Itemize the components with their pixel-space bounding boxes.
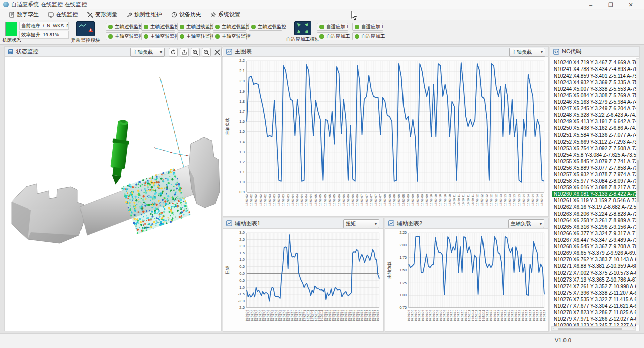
close-button[interactable]: ✕ [621, 0, 641, 9]
nc-code-line[interactable]: N10266 X6.377 Y-3.324 Z-9.317 A-71.443 [552, 230, 636, 237]
main-chart-signal-dropdown[interactable]: 主轴负载▾ [509, 48, 545, 57]
nc-code-line[interactable]: N10256 X5.889 Y-3.077 Z-7.858 A-73.348 [552, 165, 636, 171]
svg-text:16:59:02: 16:59:02 [259, 194, 262, 206]
nc-code-line[interactable]: N10246 X5.163 Y-3.279 Z-5.984 A-74.892 [552, 99, 636, 105]
nc-code-line[interactable]: N10279 X7.971 Y-3.266 Z-12.027 A-62.98 [552, 316, 636, 322]
menu-item[interactable]: 变形测量 [83, 10, 122, 19]
nc-code-line[interactable]: N10271 X6.88 Y-3.381 Z-10.359 A-68.711 [552, 263, 636, 269]
machine-3d-viewport[interactable] [4, 57, 222, 331]
nc-code-line[interactable]: N10274 X7.261 Y-3.352 Z-10.998 A-66.67 [552, 283, 636, 290]
minimize-button[interactable]: – [581, 0, 601, 9]
nc-code-line[interactable]: N10276 X7.535 Y-3.322 Z-11.415 A-65.22 [552, 296, 636, 303]
nc-code-line[interactable]: N10251 X5.584 Y-3.136 Z-7.077 A-74.012 [552, 132, 636, 138]
svg-text:16:59:13: 16:59:13 [507, 309, 510, 321]
nc-code-line[interactable]: N10244 X5.007 Y-3.338 Z-5.553 A-75.297 [552, 86, 636, 92]
nc-code-line[interactable]: N10253 X5.754 Y-3.092 Z-7.508 A-73.677 [552, 145, 636, 152]
nc-code-line[interactable]: N10249 X5.413 Y-3.191 Z-6.642 A-74.346 [552, 118, 636, 125]
svg-text:16:59:13: 16:59:13 [518, 194, 521, 206]
chevron-down-icon: ▾ [160, 50, 162, 54]
nc-code-line[interactable]: N10258 X5.977 Y-3.084 Z-8.097 A-73.138 [552, 178, 636, 184]
nc-code-line[interactable]: N10265 X6.316 Y-3.296 Z-9.156 A-71.771 [552, 224, 636, 230]
monitor-icon [48, 12, 54, 18]
menu-item[interactable]: 系统设置 [206, 10, 245, 19]
app-icon [3, 2, 9, 7]
nc-code-line[interactable]: N10243 X4.932 Y-3.369 Z-5.335 A-75.523 [552, 79, 636, 86]
export-view-button[interactable] [180, 48, 189, 57]
nc-code-line[interactable]: N10255 X5.845 Y-3.079 Z-7.741 A-73.458 [552, 158, 636, 165]
menu-item-label: 数字孪生 [17, 11, 39, 18]
nc-horizontal-scrollbar[interactable]: ‹ › [551, 326, 636, 331]
overload-monitor-button[interactable]: 主轴过载监控 [249, 23, 282, 31]
svg-text:16:59:05: 16:59:05 [314, 194, 317, 206]
menu-item[interactable]: 预测性维护 [122, 10, 167, 19]
abnormal-monitor-module-icon[interactable] [76, 21, 95, 36]
overload-monitor-button[interactable]: 主轴过载监控 [177, 23, 211, 31]
idle-monitor-button[interactable]: 主轴空转监控 [213, 32, 247, 40]
nc-code-list[interactable]: N10240 X4.719 Y-3.467 Z-4.669 A-76.396N1… [552, 59, 636, 326]
nc-code-line[interactable]: N10261 X6.119 Y-3.159 Z-8.546 A-72.701 [552, 197, 636, 204]
svg-text:2.1: 2.1 [239, 69, 245, 73]
nc-code-line[interactable]: N10270 X6.762 Y-3.383 Z-10.143 A-69.34 [552, 256, 636, 263]
nc-code-line[interactable]: N10275 X7.396 Y-3.338 Z-11.207 A-65.95 [552, 290, 636, 296]
overload-monitor-button[interactable]: 主轴过载监控 [213, 23, 247, 31]
nc-code-line[interactable]: N10268 X6.545 Y-3.367 Z-9.708 A-70.519 [552, 243, 636, 250]
nc-code-line[interactable]: N10273 X7.13 Y-3.365 Z-10.786 A-67.372 [552, 276, 636, 283]
nc-code-line[interactable]: N10245 X5.084 Y-3.308 Z-5.769 A-75.088 [552, 92, 636, 99]
idle-monitor-button[interactable]: 主轴空转监控 [141, 32, 175, 40]
adaptive-machining-button[interactable]: 自适应加工 [317, 32, 348, 40]
status-panel-icon [8, 49, 14, 55]
nc-code-line[interactable]: N10267 X6.447 Y-3.347 Z-9.489 A-71.055 [552, 237, 636, 243]
nc-code-line[interactable]: N10269 X6.65 Y-3.379 Z-9.926 A-69.947 C [552, 250, 636, 256]
nc-code-line-active[interactable]: N10260 X6.081 Y-3.133 Z-8.422 A-72.835 [552, 191, 636, 197]
chevron-down-icon: ▾ [541, 50, 543, 54]
nc-code-line[interactable]: N10272 X7.002 Y-3.375 Z-10.573 A-68.05 [552, 270, 636, 276]
nc-code-line[interactable]: N10263 X6.206 Y-3.224 Z-8.828 A-72.33 C [552, 211, 636, 217]
svg-text:16:59:09: 16:59:09 [416, 194, 419, 206]
nc-code-line[interactable]: N10262 X6.16 Y-3.19 Z-8.682 A-72.534 C [552, 204, 636, 211]
maximize-button[interactable]: ❐ [601, 0, 621, 9]
nc-code-line[interactable]: N10250 X5.498 Y-3.162 Z-6.86 A-74.178 C [552, 125, 636, 131]
toolbar: 机床状态 当前程序: /_N_WKS_DIR... 效率提升: 19.81% 异… [0, 20, 644, 45]
nc-code-line[interactable]: N10259 X6.016 Y-3.098 Z-8.217 A-73.036 [552, 184, 636, 191]
overload-monitor-button[interactable]: 主轴过载监控 [141, 23, 175, 31]
menu-item[interactable]: 设备历史 [167, 10, 206, 19]
title-bar[interactable]: 自适应系统-在线监控-在线监控 –❐✕ [0, 0, 644, 9]
nc-code-line[interactable]: N10248 X5.328 Y-3.22 Z-6.423 A-74.52 C [552, 112, 636, 118]
adaptive-machining-button[interactable]: 自适应加工 [352, 23, 383, 31]
view-mode-dropdown[interactable]: 主轴负载▾ [130, 48, 165, 57]
nc-code-line[interactable]: N10240 X4.719 Y-3.467 Z-4.669 A-76.396 [552, 59, 636, 66]
status-panel-title: 状态监控 [16, 48, 38, 55]
aux2-signal-dropdown[interactable]: 主轴负载▾ [508, 219, 544, 228]
menu-item[interactable]: 数字孪生 [4, 10, 43, 19]
adaptive-module-icon[interactable] [294, 21, 311, 35]
nc-code-line[interactable]: N10264 X6.258 Y-3.261 Z-8.989 A-72.072 [552, 217, 636, 224]
nc-code-line[interactable]: N10252 X5.669 Y-3.112 Z-7.293 A-73.844 [552, 138, 636, 145]
nc-code-line[interactable]: N10280 X8.123 Y-3.245 Z-12.227 A-62.23 [552, 322, 636, 326]
nc-code-line[interactable]: N10277 X7.677 Y-3.304 Z-11.621 A-64.48 [552, 303, 636, 309]
workpiece-flange [189, 137, 220, 208]
nc-code-line[interactable]: N10247 X5.245 Y-3.249 Z-6.204 A-74.701 [552, 105, 636, 112]
main-chart: 0.91.01.11.21.31.41.51.61.71.81.92.02.12… [223, 57, 548, 216]
adaptive-machining-button[interactable]: 自适应加工 [317, 23, 348, 31]
idle-monitor-button[interactable]: 主轴空转监控 [177, 32, 211, 40]
aux1-signal-dropdown[interactable]: 扭矩▾ [343, 219, 379, 228]
svg-text:16:59:08: 16:59:08 [402, 194, 405, 206]
overload-monitor-button[interactable]: 主轴过载监控 [106, 23, 139, 31]
zoom-out-button[interactable] [202, 48, 211, 57]
nc-code-line[interactable]: N10257 X5.932 Y-3.078 Z-7.974 A-73.243 [552, 171, 636, 178]
adaptive-machining-button[interactable]: 自适应加工 [352, 32, 383, 40]
menu-item[interactable]: 在线监控 [43, 10, 83, 19]
nc-code-line[interactable]: N10254 X5.8 Y-3.084 Z-7.625 A-73.571 C [552, 152, 636, 158]
svg-text:16:59:08: 16:59:08 [418, 309, 421, 321]
nc-code-line[interactable]: N10278 X7.823 Y-3.286 Z-11.825 A-63.73 [552, 309, 636, 316]
rotate-view-button[interactable] [169, 48, 178, 57]
idle-monitor-button[interactable]: 主轴空转监控 [106, 32, 139, 40]
svg-text:-2.0: -2.0 [238, 299, 245, 303]
fit-view-button[interactable] [213, 48, 222, 57]
zoom-in-button[interactable] [191, 48, 200, 57]
nc-vertical-scrollbar[interactable] [636, 58, 640, 325]
nc-code-line[interactable]: N10241 X4.788 Y-3.434 Z-4.893 A-76.062 [552, 66, 636, 73]
scroll-left-arrow-icon[interactable]: ‹ [552, 327, 554, 330]
nc-code-line[interactable]: N10242 X4.859 Y-3.401 Z-5.114 A-75.775 [552, 73, 636, 79]
scroll-right-arrow-icon[interactable]: › [633, 327, 635, 330]
